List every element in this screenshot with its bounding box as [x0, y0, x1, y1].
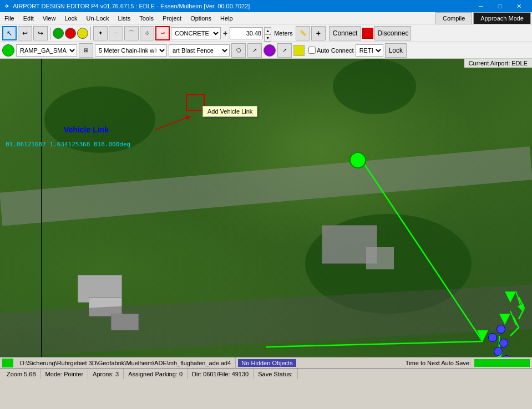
mode-value: Pointer — [64, 371, 83, 377]
zoom-value: 5.68 — [24, 371, 36, 377]
link-tool-button[interactable]: ⋯ — [109, 26, 123, 40]
disconnect-button[interactable]: Disconnec — [374, 26, 411, 40]
minimize-button[interactable]: ─ — [472, 1, 490, 11]
menu-bar: File Edit View Lock Un-Lock Lists Tools … — [0, 12, 532, 24]
undo-button[interactable]: ↩ — [18, 26, 32, 40]
ramp-dropdown[interactable]: RAMP_GA_SMALL — [16, 44, 77, 57]
circle-purple-button[interactable] — [264, 44, 276, 57]
diagonal-tool-button[interactable]: ↗ — [277, 43, 292, 58]
zoom-label: Zoom — [7, 371, 22, 377]
redo-button[interactable]: ↪ — [33, 26, 48, 40]
red-square-indicator — [362, 28, 373, 39]
mode-indicator — [2, 44, 14, 57]
separator-1 — [50, 27, 50, 40]
green-arrow-1 — [477, 330, 488, 341]
aprons-info: Aprons: 3 — [88, 369, 124, 379]
blue-node-1 — [488, 333, 497, 342]
save-status-info: Save Status: — [254, 369, 297, 379]
grid-button[interactable]: ⊞ — [79, 43, 93, 58]
auto-connect-area: Auto Connect — [308, 47, 354, 54]
menu-lists[interactable]: Lists — [114, 12, 135, 24]
menu-lock[interactable]: Lock — [60, 12, 82, 24]
blue-node-5 — [502, 355, 511, 357]
parking-label: Assigned Parking: — [128, 371, 178, 377]
dir-value: 49130 — [232, 371, 249, 377]
mode-label: Mode: — [45, 371, 63, 377]
polygon-tool-button[interactable]: ⬠ — [231, 43, 246, 58]
coords-display: 01.06121687 1.634125368 018.000deg — [6, 141, 130, 148]
blue-node-4 — [494, 347, 503, 356]
circle-yellow-button[interactable] — [77, 28, 88, 39]
maximize-button[interactable]: □ — [491, 1, 509, 11]
plus-icon: + — [222, 29, 229, 38]
lock-button[interactable]: Lock — [385, 43, 407, 58]
save-status-label: Save Status: — [258, 371, 292, 377]
vehicle-link-tool-button[interactable]: ⤻ — [155, 26, 170, 40]
app-window: ✈ AIRPORT DESIGN EDITOR P4 v01.76.6715 :… — [0, 0, 532, 409]
map-background: Add Vehicle Link 01.06121687 1.634125368… — [0, 59, 532, 357]
toolbar-row-2: RAMP_GA_SMALL ⊞ 5 Meter Chain-link with … — [0, 42, 532, 59]
toolbar-row-1: ↖ ↩ ↪ ✦ ⋯ ⌒ ⊹ ⤻ CONCRETE + ▲ ▼ Meters 📏 … — [0, 24, 532, 42]
hidden-objects-badge: No Hidden Objects — [238, 359, 296, 367]
zoom-info: Zoom 5.68 — [2, 369, 41, 379]
mode-info: Mode: Pointer — [41, 369, 89, 379]
menu-help[interactable]: Help — [216, 12, 237, 24]
file-path: D:\Sicherung\Ruhrgebiet 3D\Geofabrik\Mue… — [16, 357, 236, 368]
dir-info: Dir: 0601/File: 49130 — [188, 369, 254, 379]
connect-area: Connect Disconnec — [329, 26, 412, 40]
units-label: Meters — [272, 30, 295, 37]
status-bar-2: Zoom 5.68 Mode: Pointer Aprons: 3 Assign… — [0, 368, 532, 379]
title-bar: ✈ AIRPORT DESIGN EDITOR P4 v01.76.6715 :… — [0, 0, 532, 12]
elevation-input[interactable] — [230, 27, 263, 39]
vegetation-2 — [333, 59, 416, 114]
auto-save-bar — [474, 359, 530, 367]
label-arrow — [155, 117, 189, 130]
blue-node-3 — [499, 339, 508, 347]
menu-file[interactable]: File — [0, 12, 19, 24]
menu-options[interactable]: Options — [186, 12, 216, 24]
ruler-button[interactable]: 📏 — [296, 26, 310, 40]
building-annex — [366, 247, 394, 269]
parking-info: Assigned Parking: 0 — [124, 369, 188, 379]
menu-edit[interactable]: Edit — [19, 12, 38, 24]
status-green-indicator — [2, 359, 13, 367]
menu-project[interactable]: Project — [158, 12, 186, 24]
connect-button[interactable]: Connect — [329, 26, 362, 40]
menu-unlock[interactable]: Un-Lock — [82, 12, 114, 24]
select-tool-button[interactable]: ↖ — [2, 26, 17, 40]
parking-value: 0 — [179, 371, 183, 377]
aprons-label: Aprons: — [93, 371, 114, 377]
circle-red-button[interactable] — [65, 28, 76, 39]
node-tool-button[interactable]: ✦ — [93, 26, 108, 40]
runway-strip — [0, 146, 532, 226]
map-area[interactable]: Add Vehicle Link 01.06121687 1.634125368… — [0, 59, 532, 357]
curve-tool-button[interactable]: ⌒ — [124, 26, 139, 40]
dir-label: Dir: 0601/File: — [192, 371, 230, 377]
separator-2 — [90, 27, 91, 40]
yellow-square-button[interactable] — [293, 45, 305, 56]
rete-dropdown[interactable]: RETE — [356, 44, 383, 57]
circle-green-button[interactable] — [53, 28, 64, 39]
title-text: AIRPORT DESIGN EDITOR P4 v01.76.6715 : E… — [13, 3, 250, 9]
blue-node-2 — [496, 325, 505, 334]
auto-connect-label: Auto Connect — [317, 47, 354, 54]
auto-connect-checkbox[interactable] — [308, 47, 316, 54]
arrow-tool-button[interactable]: ↗ — [247, 43, 262, 58]
chain-dropdown[interactable]: 5 Meter Chain-link with b — [95, 44, 167, 57]
green-path-2 — [266, 341, 483, 347]
surface-dropdown[interactable]: CONCRETE — [171, 27, 221, 39]
snap-tool-button[interactable]: ⊹ — [140, 26, 154, 40]
menu-tools[interactable]: Tools — [135, 12, 158, 24]
blast-fence-dropdown[interactable]: art Blast Fence — [169, 44, 230, 57]
elevation-spinner[interactable]: ▲ ▼ — [264, 27, 271, 39]
current-airport-label: Current Airport: EDLE — [464, 59, 532, 68]
compile-button[interactable]: Compile — [435, 12, 472, 24]
tool-highlight-box — [186, 95, 204, 110]
approach-mode-button[interactable]: Approach Mode — [473, 12, 531, 24]
aprons-value: 3 — [115, 371, 119, 377]
menu-view[interactable]: View — [38, 12, 60, 24]
auto-save-area: Time to Next Auto Save: — [406, 359, 530, 367]
add-button[interactable]: + — [311, 26, 326, 40]
status-bar-1: D:\Sicherung\Ruhrgebiet 3D\Geofabrik\Mue… — [0, 357, 532, 368]
close-button[interactable]: ✕ — [510, 1, 528, 11]
